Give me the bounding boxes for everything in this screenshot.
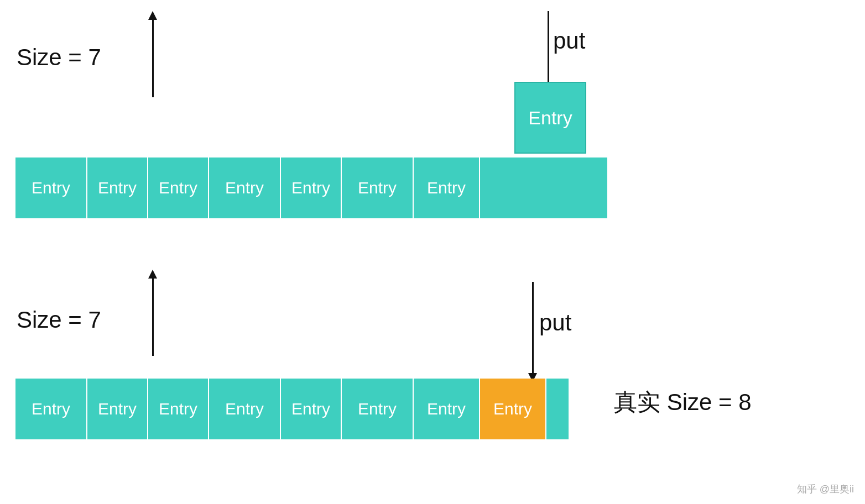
entry-incoming-top: Entry bbox=[514, 82, 586, 154]
real-size-label: 真实 Size = 8 bbox=[614, 387, 752, 418]
arrowhead-up-top bbox=[148, 11, 157, 20]
array-cell-bottom-2: Entry bbox=[148, 379, 209, 439]
array-cell-bottom-3: Entry bbox=[209, 379, 281, 439]
array-cell-bottom-new: Entry bbox=[480, 379, 546, 439]
put-label-top: put bbox=[553, 28, 585, 54]
array-cell-top-5: Entry bbox=[342, 158, 414, 218]
array-bar-bottom: Entry Entry Entry Entry Entry Entry Entr… bbox=[15, 379, 569, 439]
array-cell-top-empty bbox=[480, 158, 607, 218]
diagram-container: Size = 7 put Entry Entry Entry Entry Ent… bbox=[0, 0, 865, 504]
put-arrow-line-bottom bbox=[532, 282, 534, 373]
size-label-bottom: Size = 7 bbox=[17, 307, 101, 333]
watermark: 知乎 @里奥ii bbox=[797, 482, 854, 496]
array-cell-top-2: Entry bbox=[148, 158, 209, 218]
entry-incoming-label-top: Entry bbox=[528, 107, 572, 129]
array-cell-bottom-5: Entry bbox=[342, 379, 414, 439]
array-bar-top: Entry Entry Entry Entry Entry Entry Entr… bbox=[15, 158, 607, 218]
array-cell-top-4: Entry bbox=[281, 158, 342, 218]
size-arrow-up-bottom bbox=[148, 270, 157, 356]
arrowhead-up-bottom bbox=[148, 270, 157, 279]
put-arrow-line-top bbox=[548, 11, 549, 83]
put-arrow-down-bottom bbox=[528, 282, 537, 382]
array-cell-top-1: Entry bbox=[87, 158, 148, 218]
arrow-line-up-top bbox=[152, 20, 154, 97]
array-cell-bottom-1: Entry bbox=[87, 379, 148, 439]
array-cell-bottom-6: Entry bbox=[414, 379, 480, 439]
put-arrow-down-top bbox=[544, 11, 553, 92]
array-cell-bottom-4: Entry bbox=[281, 379, 342, 439]
size-label-top: Size = 7 bbox=[17, 44, 101, 71]
size-text-top: Size = 7 bbox=[17, 44, 101, 71]
size-arrow-up-top bbox=[148, 11, 157, 97]
size-text-bottom: Size = 7 bbox=[17, 307, 101, 333]
array-cell-top-3: Entry bbox=[209, 158, 281, 218]
array-cell-top-6: Entry bbox=[414, 158, 480, 218]
array-cell-top-0: Entry bbox=[15, 158, 87, 218]
arrow-line-up-bottom bbox=[152, 279, 154, 356]
put-label-bottom: put bbox=[539, 309, 571, 336]
array-cell-bottom-0: Entry bbox=[15, 379, 87, 439]
array-cell-bottom-trailing bbox=[546, 379, 569, 439]
